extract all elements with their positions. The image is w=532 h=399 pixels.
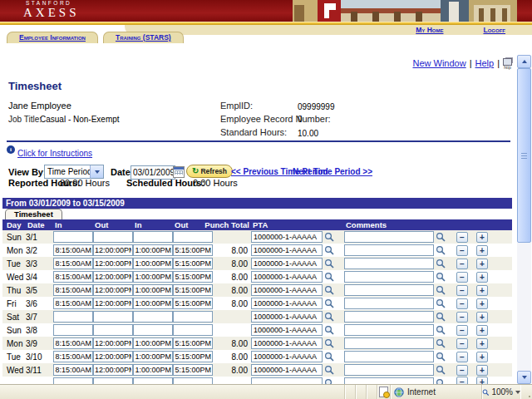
time-out-1-input[interactable] bbox=[93, 258, 133, 269]
pta-input[interactable] bbox=[251, 231, 323, 243]
pta-lookup-icon[interactable] bbox=[324, 245, 334, 255]
comments-lookup-icon[interactable] bbox=[436, 259, 446, 268]
time-out-1-input[interactable] bbox=[93, 364, 133, 376]
pta-lookup-icon[interactable] bbox=[324, 259, 334, 268]
next-time-period-link[interactable]: Next Time Period >> bbox=[293, 167, 372, 176]
add-row-button[interactable]: + bbox=[476, 377, 488, 384]
comments-lookup-icon[interactable] bbox=[436, 298, 446, 308]
pta-lookup-icon[interactable] bbox=[324, 298, 334, 308]
comments-lookup-icon[interactable] bbox=[436, 245, 446, 255]
time-in-2-input[interactable] bbox=[133, 231, 173, 243]
time-out-2-input[interactable] bbox=[173, 231, 213, 243]
comments-input[interactable] bbox=[344, 351, 434, 362]
comments-input[interactable] bbox=[344, 337, 434, 349]
scroll-up-button[interactable] bbox=[517, 55, 531, 68]
time-out-2-input[interactable] bbox=[173, 364, 213, 376]
time-out-1-input[interactable] bbox=[93, 337, 133, 349]
time-in-1-input[interactable] bbox=[53, 258, 93, 269]
time-in-1-input[interactable] bbox=[53, 364, 93, 376]
add-row-button[interactable]: + bbox=[476, 325, 488, 336]
time-out-1-input[interactable] bbox=[93, 298, 133, 309]
time-in-2-input[interactable] bbox=[133, 298, 173, 309]
refresh-button[interactable]: ↻ Refresh bbox=[186, 165, 233, 178]
time-in-2-input[interactable] bbox=[133, 351, 173, 362]
timesheet-grid-tab[interactable]: Timesheet bbox=[5, 209, 62, 219]
delete-row-button[interactable]: − bbox=[456, 312, 468, 323]
window-resize-grip[interactable] bbox=[520, 385, 532, 399]
time-in-2-input[interactable] bbox=[133, 364, 173, 376]
time-in-2-input[interactable] bbox=[133, 324, 173, 336]
comments-lookup-icon[interactable] bbox=[436, 338, 446, 348]
delete-row-button[interactable]: − bbox=[456, 272, 468, 283]
pta-input[interactable] bbox=[251, 324, 323, 336]
time-out-2-input[interactable] bbox=[173, 324, 213, 336]
time-out-2-input[interactable] bbox=[173, 377, 213, 384]
delete-row-button[interactable]: − bbox=[456, 352, 468, 362]
time-in-2-input[interactable] bbox=[133, 258, 173, 269]
delete-row-button[interactable]: − bbox=[456, 259, 468, 269]
comments-lookup-icon[interactable] bbox=[436, 352, 446, 362]
add-row-button[interactable]: + bbox=[476, 365, 488, 376]
pta-input[interactable] bbox=[251, 311, 323, 323]
time-out-2-input[interactable] bbox=[173, 311, 213, 323]
time-out-1-input[interactable] bbox=[93, 311, 133, 323]
add-row-button[interactable]: + bbox=[476, 285, 488, 296]
delete-row-button[interactable]: − bbox=[456, 377, 468, 384]
tab-employee-information[interactable]: Employee Information bbox=[7, 32, 98, 43]
pta-input[interactable] bbox=[251, 244, 323, 256]
pta-lookup-icon[interactable] bbox=[324, 325, 334, 335]
time-out-1-input[interactable] bbox=[93, 231, 133, 243]
pta-lookup-icon[interactable] bbox=[324, 312, 334, 322]
pta-lookup-icon[interactable] bbox=[324, 232, 334, 242]
vertical-scrollbar[interactable] bbox=[517, 55, 531, 384]
pta-input[interactable] bbox=[251, 364, 323, 376]
time-in-1-input[interactable] bbox=[53, 351, 93, 362]
comments-input[interactable] bbox=[344, 271, 434, 283]
time-out-2-input[interactable] bbox=[173, 244, 213, 256]
comments-lookup-icon[interactable] bbox=[436, 312, 446, 322]
view-by-select[interactable]: Time Period bbox=[44, 165, 104, 179]
time-out-2-input[interactable] bbox=[173, 271, 213, 283]
delete-row-button[interactable]: − bbox=[456, 325, 468, 336]
pta-input[interactable] bbox=[251, 258, 323, 269]
time-out-2-input[interactable] bbox=[173, 258, 213, 269]
time-in-1-input[interactable] bbox=[53, 377, 93, 384]
time-out-2-input[interactable] bbox=[173, 337, 213, 349]
comments-lookup-icon[interactable] bbox=[436, 232, 446, 242]
time-out-2-input[interactable] bbox=[173, 298, 213, 309]
time-in-1-input[interactable] bbox=[53, 284, 93, 296]
time-in-1-input[interactable] bbox=[53, 324, 93, 336]
time-in-1-input[interactable] bbox=[53, 337, 93, 349]
add-row-button[interactable]: + bbox=[476, 312, 488, 323]
delete-row-button[interactable]: − bbox=[456, 285, 468, 296]
comments-input[interactable] bbox=[344, 298, 434, 309]
add-row-button[interactable]: + bbox=[476, 232, 488, 243]
help-link[interactable]: Help bbox=[475, 58, 495, 68]
comments-lookup-icon[interactable] bbox=[436, 272, 446, 282]
comments-input[interactable] bbox=[344, 284, 434, 296]
pta-input[interactable] bbox=[251, 351, 323, 362]
time-out-1-input[interactable] bbox=[93, 351, 133, 362]
copy-url-icon[interactable]: http bbox=[503, 58, 512, 70]
time-in-1-input[interactable] bbox=[53, 244, 93, 256]
pta-lookup-icon[interactable] bbox=[324, 272, 334, 282]
time-in-2-input[interactable] bbox=[133, 337, 173, 349]
time-in-2-input[interactable] bbox=[133, 271, 173, 283]
comments-lookup-icon[interactable] bbox=[436, 378, 446, 385]
delete-row-button[interactable]: − bbox=[456, 245, 468, 256]
pta-lookup-icon[interactable] bbox=[324, 378, 334, 385]
pta-input[interactable] bbox=[251, 271, 323, 283]
comments-lookup-icon[interactable] bbox=[436, 285, 446, 295]
delete-row-button[interactable]: − bbox=[456, 232, 468, 243]
pta-lookup-icon[interactable] bbox=[324, 338, 334, 348]
add-row-button[interactable]: + bbox=[476, 245, 488, 256]
page-alert-icon[interactable] bbox=[379, 387, 388, 397]
pta-lookup-icon[interactable] bbox=[324, 352, 334, 362]
time-out-2-input[interactable] bbox=[173, 351, 213, 362]
scroll-down-button[interactable] bbox=[517, 371, 531, 384]
time-out-1-input[interactable] bbox=[93, 244, 133, 256]
time-out-1-input[interactable] bbox=[93, 284, 133, 296]
time-in-2-input[interactable] bbox=[133, 311, 173, 323]
pta-lookup-icon[interactable] bbox=[324, 365, 334, 375]
time-in-2-input[interactable] bbox=[133, 377, 173, 384]
